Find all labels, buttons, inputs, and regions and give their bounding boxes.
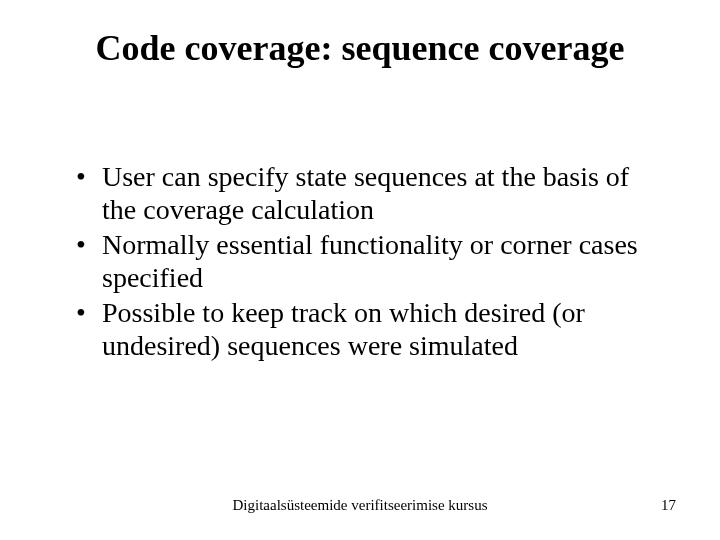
list-item: User can specify state sequences at the … bbox=[70, 160, 660, 226]
slide-body: User can specify state sequences at the … bbox=[70, 160, 660, 364]
bullet-text: Possible to keep track on which desired … bbox=[102, 297, 585, 361]
list-item: Normally essential functionality or corn… bbox=[70, 228, 660, 294]
bullet-text: Normally essential functionality or corn… bbox=[102, 229, 638, 293]
page-number: 17 bbox=[661, 497, 676, 514]
footer-text: Digitaalsüsteemide verifitseerimise kurs… bbox=[0, 497, 720, 514]
list-item: Possible to keep track on which desired … bbox=[70, 296, 660, 362]
bullet-text: User can specify state sequences at the … bbox=[102, 161, 629, 225]
slide-title: Code coverage: sequence coverage bbox=[0, 28, 720, 69]
bullet-list: User can specify state sequences at the … bbox=[70, 160, 660, 362]
slide: Code coverage: sequence coverage User ca… bbox=[0, 0, 720, 540]
